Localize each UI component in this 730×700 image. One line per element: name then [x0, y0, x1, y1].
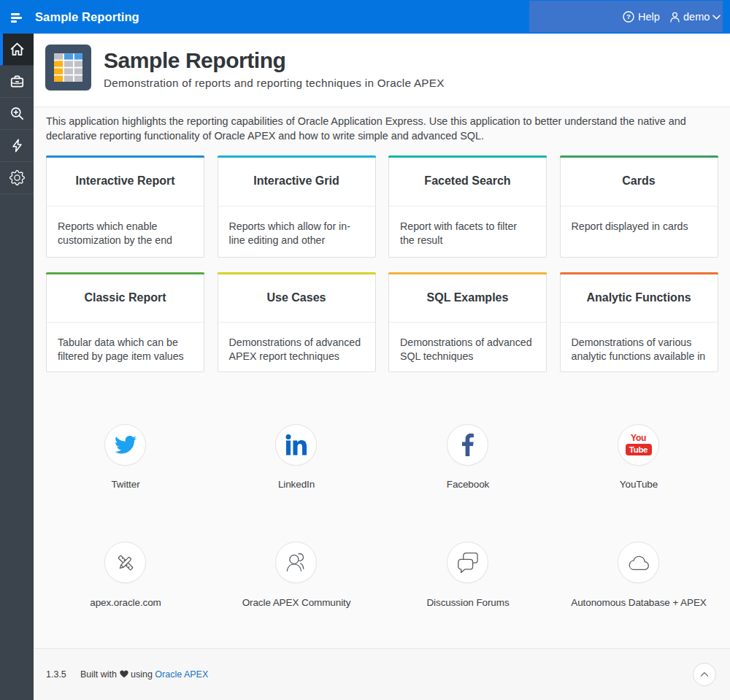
svg-text:?: ? — [626, 12, 631, 20]
